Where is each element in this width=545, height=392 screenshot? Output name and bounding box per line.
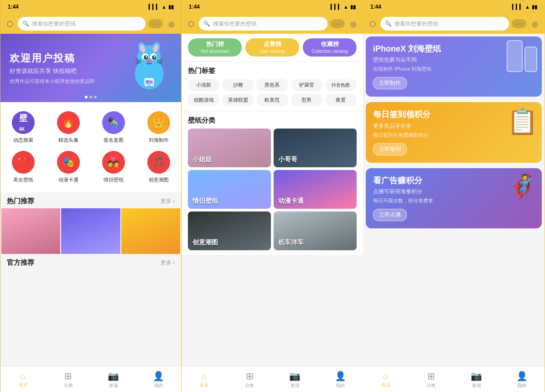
tab-like-sub: Like ranking [260, 48, 285, 54]
nav-category-2[interactable]: ⊞ 分类 [227, 367, 273, 392]
dots-indicator [85, 96, 97, 98]
nav-category-label-1: 分类 [64, 382, 73, 389]
target-button-3[interactable]: ◎ [530, 19, 540, 29]
icon-label-anime: 动漫卡通 [58, 176, 78, 183]
cat-anime[interactable]: 动漫卡通 [274, 170, 357, 209]
status-icons-3: ▎▎▎ ▲ ▮▮ [512, 4, 537, 10]
target-button-2[interactable]: ◎ [348, 19, 358, 29]
nav-home-3[interactable]: ⌂ 首页 [363, 367, 409, 392]
category-icon-1: ⊞ [64, 371, 72, 382]
icon-item-liuhai[interactable]: 👑 刘海制作 [136, 108, 181, 147]
banner-1[interactable]: 欢迎用户投稿 好资源就应共享 快投稿吧 优秀作品可获得本小程序发放的奖品即 [0, 34, 181, 102]
icon-item-couple[interactable]: 💑 情侣壁纸 [91, 147, 136, 187]
cat-creative[interactable]: 创意潮图 [188, 211, 271, 250]
hot-thumb-2[interactable] [61, 208, 120, 254]
status-icons-1: ▎▎▎ ▲ ▮▮ [149, 4, 174, 10]
promo-btn-checkin[interactable]: 立即签到 [373, 143, 407, 155]
promo-card-iphone[interactable]: iPhoneX 刘海壁纸 壁纸也要与众不同 在线制作 iPhone 刘海壁纸 立… [366, 36, 542, 97]
promo-btn-ads[interactable]: 立即点播 [373, 209, 407, 221]
nav-discover-3[interactable]: 📷 发现 [454, 367, 499, 392]
icon-item-girl[interactable]: ❤️ 美女壁纸 [0, 147, 46, 187]
status-icons-2: ▎▎▎ ▲ ▮▮ [331, 4, 356, 10]
share-icon-1[interactable]: ⬡ [5, 19, 15, 29]
battery-icon-3: ▮▮ [532, 4, 537, 10]
tag-2[interactable]: 黑色系 [256, 79, 288, 91]
tab-collect[interactable]: 收藏榜 Collection ranking [303, 38, 357, 57]
nav-profile-3[interactable]: 👤 我的 [499, 367, 545, 392]
icon-label-liuhai: 刘海制作 [149, 137, 169, 144]
category-icon-2: ⊞ [246, 371, 254, 382]
tag-4[interactable]: 抖音热图 [325, 79, 357, 91]
nav-home-label-2: 首页 [200, 382, 209, 388]
p1-content: 欢迎用户投稿 好资源就应共享 快投稿吧 优秀作品可获得本小程序发放的奖品即 [0, 34, 181, 366]
search-box-3[interactable]: 🔍 搜索你想要的壁纸 [380, 17, 509, 31]
search-bar-1: ⬡ 🔍 搜索你想要的壁纸 ··· ◎ [0, 14, 181, 34]
hot-tags-title: 热门标签 [188, 67, 357, 75]
search-actions-3: ··· ◎ [512, 19, 540, 29]
target-button-1[interactable]: ◎ [166, 19, 176, 29]
profile-icon-1: 👤 [153, 371, 164, 382]
nav-category-label-3: 分类 [426, 382, 436, 389]
tag-1[interactable]: 沙雕 [222, 79, 254, 91]
promo-subtitle-iphone: 壁纸也要与众不同 [373, 56, 441, 64]
promo-card-ads[interactable]: 看广告赚积分 点播可获得海量积分 每日不限次数，积分免费拿 立即点播 🦸 [366, 168, 542, 228]
cat-guy[interactable]: 小哥哥 [274, 129, 357, 167]
nav-home-2[interactable]: ⌂ 首页 [182, 367, 227, 392]
icon-item-creative[interactable]: 🎵 创意潮图 [136, 147, 181, 187]
status-bar-1: 1:44 ▎▎▎ ▲ ▮▮ [0, 0, 181, 14]
share-icon-3[interactable]: ⬡ [368, 19, 378, 29]
hot-thumb-3[interactable] [121, 208, 180, 254]
cat-girl[interactable]: 小姐姐 [188, 129, 271, 167]
tag-8[interactable]: 型男 [291, 94, 322, 106]
signal-icon: ▎▎▎ [149, 4, 160, 10]
icon-circle-creative: 🎵 [147, 151, 170, 174]
cat-couple[interactable]: 情侣壁纸 [188, 170, 271, 209]
promo-card-checkin[interactable]: 每日签到领积分 更多奖品等你拿 每日签到可免费领取积分 立即签到 📋 [366, 102, 542, 162]
cat-car-label: 机车洋车 [278, 238, 304, 247]
icon-item-anime[interactable]: 🎭 动漫卡通 [46, 147, 91, 187]
cat-creative-label: 创意潮图 [192, 238, 218, 247]
tag-0[interactable]: 小清新 [188, 79, 219, 91]
promo-text-ads: 看广告赚积分 点播可获得海量积分 每日不限次数，积分免费拿 立即点播 [373, 175, 433, 221]
tab-like[interactable]: 点赞榜 Like ranking [245, 38, 299, 57]
banner-title-1: 欢迎用户投稿 [10, 52, 95, 65]
cat-car[interactable]: 机车洋车 [274, 211, 357, 250]
profile-icon-2: 👤 [335, 371, 346, 382]
nav-category-3[interactable]: ⊞ 分类 [409, 367, 454, 392]
tag-5[interactable]: 炫酷游戏 [188, 94, 219, 106]
icon-circle-girl: ❤️ [12, 151, 35, 174]
nav-profile-1[interactable]: 👤 我的 [136, 367, 181, 392]
official-more-link[interactable]: 更多 › [161, 259, 175, 267]
nav-profile-2[interactable]: 👤 我的 [318, 367, 363, 392]
icon-item-avatar[interactable]: 🔥 精选头像 [46, 108, 91, 147]
tag-9[interactable]: 夜景 [325, 94, 357, 106]
p3-content: iPhoneX 刘海壁纸 壁纸也要与众不同 在线制作 iPhone 刘海壁纸 立… [363, 34, 545, 366]
search-box-2[interactable]: 🔍 搜索你想要的壁纸 [199, 17, 327, 31]
svg-point-10 [145, 56, 147, 58]
nav-home-1[interactable]: ⌂ 首页 [0, 367, 46, 392]
dots-button-3[interactable]: ··· [512, 19, 526, 28]
nav-discover-2[interactable]: 📷 发现 [272, 367, 318, 392]
tag-6[interactable]: 英雄联盟 [222, 94, 254, 106]
icon-item-wallpaper[interactable]: 壁4K 动态搜索 [0, 108, 46, 147]
dots-button-2[interactable]: ··· [330, 19, 345, 28]
icon-item-sign[interactable]: ✒️ 签名套图 [91, 108, 136, 147]
promo-btn-iphone[interactable]: 立即制作 [373, 77, 407, 89]
hot-section-title: 热门推荐 [7, 197, 34, 206]
hot-thumb-grid [1, 208, 180, 254]
hot-thumb-1[interactable] [1, 208, 60, 254]
icon-grid-1: 壁4K 动态搜索 🔥 精选头像 ✒️ 签名套图 👑 刘海制作 [0, 102, 181, 192]
share-icon-2[interactable]: ⬡ [186, 19, 196, 29]
nav-discover-1[interactable]: 📷 发现 [91, 367, 136, 392]
dot-1 [85, 96, 88, 98]
search-box-1[interactable]: 🔍 搜索你想要的壁纸 [18, 17, 145, 31]
hot-more-link[interactable]: 更多 › [161, 197, 175, 205]
panel-2: 1:44 ▎▎▎ ▲ ▮▮ ⬡ 🔍 搜索你想要的壁纸 ··· ◎ 热门榜 Hot… [182, 0, 363, 392]
svg-point-11 [154, 56, 156, 58]
tag-7[interactable]: 欧美范 [256, 94, 288, 106]
tab-hot[interactable]: 热门榜 Hot download [188, 38, 242, 57]
tag-3[interactable]: 铲屎官 [291, 79, 322, 91]
dots-button-1[interactable]: ··· [148, 19, 163, 28]
nav-category-1[interactable]: ⊞ 分类 [46, 367, 91, 392]
signal-icon-2: ▎▎▎ [331, 4, 342, 10]
